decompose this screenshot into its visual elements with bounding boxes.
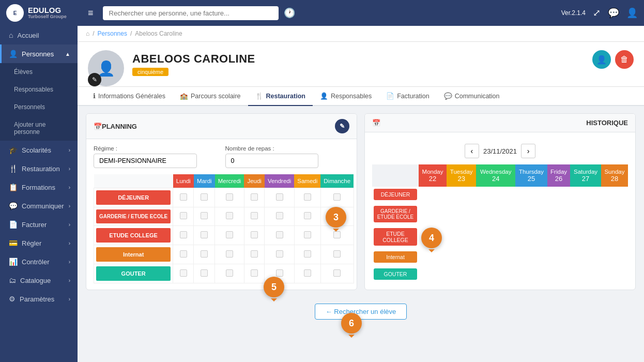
repas-input[interactable] xyxy=(225,154,318,168)
cb-etude-jeudi[interactable] xyxy=(251,231,258,238)
sidebar-item-responsables[interactable]: Responsables xyxy=(0,81,78,98)
hist-cell xyxy=(570,226,601,249)
hist-prev-button[interactable]: ‹ xyxy=(465,144,479,158)
cb-etude-mardi[interactable] xyxy=(201,231,208,238)
row-internat: Internat xyxy=(96,247,171,262)
cb-garderie-samedi[interactable] xyxy=(304,212,311,219)
hist-cell xyxy=(447,187,476,204)
add-person-button[interactable]: 👤 xyxy=(592,50,611,69)
sidebar-item-accueil[interactable]: ⌂ Accueil xyxy=(0,26,78,44)
cb-gouter-samedi[interactable] xyxy=(304,269,311,277)
sidebar-item-eleves[interactable]: Élèves xyxy=(0,63,78,81)
hist-cell xyxy=(447,204,476,226)
sidebar-item-catalogue[interactable]: 🗂 Catalogue › xyxy=(0,271,78,290)
historique-body: ‹ 23/11/2021 › Monday22 xyxy=(365,132,635,290)
breadcrumb-personnes[interactable]: Personnes xyxy=(98,30,127,37)
sidebar-label-ajouter: Ajouter une personne xyxy=(14,121,70,135)
cb-gouter-jeudi[interactable] xyxy=(251,269,258,277)
cb-internat-mardi[interactable] xyxy=(201,250,208,258)
sidebar-item-personnes[interactable]: 👤 Personnes ▲ xyxy=(0,44,78,63)
cb-internat-jeudi[interactable] xyxy=(251,250,258,258)
sidebar-item-controler[interactable]: 📊 Contrôler › xyxy=(0,252,78,271)
planning-edit-button[interactable]: ✎ xyxy=(335,119,349,133)
cb-gouter-dimanche[interactable] xyxy=(333,269,341,277)
tab-facturation[interactable]: 📄 Facturation xyxy=(379,87,437,106)
school-icon: 🏫 xyxy=(180,92,188,100)
regime-input[interactable] xyxy=(94,154,197,168)
cb-dejeuner-lundi[interactable] xyxy=(180,193,187,201)
tab-info[interactable]: ℹ Informations Générales xyxy=(86,87,173,106)
cb-internat-samedi[interactable] xyxy=(304,250,311,258)
th-sunday: Sunday28 xyxy=(601,164,628,187)
hist-row-dejeuner: DÉJEUNER xyxy=(372,187,628,204)
cb-dejeuner-jeudi[interactable] xyxy=(251,193,258,201)
cb-etude-samedi[interactable] xyxy=(304,231,311,238)
cb-dejeuner-dimanche[interactable] xyxy=(333,193,341,201)
sidebar-item-facturer[interactable]: 📄 Facturer › xyxy=(0,215,78,234)
user-icon[interactable]: 👤 xyxy=(626,7,638,19)
cb-garderie-jeudi[interactable] xyxy=(251,212,258,219)
sidebar-item-personnels[interactable]: Personnels xyxy=(0,98,78,116)
cb-garderie-mercredi[interactable] xyxy=(226,212,233,219)
chevron-down-icon: ▲ xyxy=(65,51,70,57)
hist-cell xyxy=(547,266,570,283)
cb-gouter-vendredi[interactable] xyxy=(276,269,283,277)
delete-person-button[interactable]: 🗑 xyxy=(615,50,634,69)
sidebar-item-scolarites[interactable]: 🎓 Scolarités › xyxy=(0,141,78,159)
cb-internat-lundi[interactable] xyxy=(180,250,187,258)
breadcrumb-home-icon[interactable]: ⌂ xyxy=(86,30,89,37)
prev-icon: ‹ xyxy=(471,147,473,155)
sidebar-label-controler: Contrôler xyxy=(22,258,49,266)
cb-etude-mercredi[interactable] xyxy=(226,231,233,238)
cb-internat-mercredi[interactable] xyxy=(226,250,233,258)
cb-dejeuner-mardi[interactable] xyxy=(201,193,208,201)
add-person-icon: 👤 xyxy=(596,55,607,65)
sidebar-item-parametres[interactable]: ⚙ Paramètres › xyxy=(0,290,78,308)
tooltip-bubble-5: 5 xyxy=(264,277,284,297)
hamburger-icon[interactable]: ≡ xyxy=(84,6,98,21)
tab-communication[interactable]: 💬 Communication xyxy=(437,87,507,106)
cb-dejeuner-mercredi[interactable] xyxy=(226,193,233,201)
cb-gouter-mercredi[interactable] xyxy=(226,269,233,277)
tab-info-label: Informations Générales xyxy=(98,93,165,100)
hist-cell xyxy=(570,266,601,283)
cb-dejeuner-vendredi[interactable] xyxy=(276,193,283,201)
th-tuesday: Tuesday23 xyxy=(447,164,476,187)
cb-dejeuner-samedi[interactable] xyxy=(304,193,311,201)
chat-icon[interactable]: 💬 xyxy=(608,7,619,19)
fork-icon: 🍴 xyxy=(9,164,18,173)
sidebar-item-regler[interactable]: 💳 Régler › xyxy=(0,234,78,252)
cb-etude-lundi[interactable] xyxy=(180,231,187,238)
sidebar-item-formations[interactable]: 📋 Formations › xyxy=(0,178,78,197)
breadcrumb-sep: / xyxy=(93,30,94,37)
hist-next-button[interactable]: › xyxy=(521,144,535,158)
hist-cell xyxy=(476,226,515,249)
expand-icon[interactable]: ⤢ xyxy=(593,7,601,19)
hist-cell xyxy=(547,187,570,204)
history-icon[interactable]: 🕐 xyxy=(284,7,295,19)
sidebar-item-restauration[interactable]: 🍴 Restauration › xyxy=(0,159,78,178)
sidebar-label-regler: Régler xyxy=(22,239,41,247)
logo: E EDULOG Turboself Groupe xyxy=(6,4,79,22)
cb-garderie-lundi[interactable] xyxy=(180,212,187,219)
cb-gouter-lundi[interactable] xyxy=(180,269,187,277)
calendar-icon: 📅 xyxy=(94,123,102,130)
tab-restauration[interactable]: 🍴 Restauration xyxy=(248,87,313,106)
cb-internat-dimanche[interactable] xyxy=(333,250,341,258)
row-gouter: GOUTER xyxy=(96,266,171,281)
tab-responsables[interactable]: 👤 Responsables xyxy=(313,87,379,106)
cb-etude-vendredi[interactable] xyxy=(276,231,283,238)
search-student-button[interactable]: ← Rechercher un élève xyxy=(315,304,407,320)
cb-garderie-vendredi[interactable] xyxy=(276,212,283,219)
cb-internat-vendredi[interactable] xyxy=(276,250,283,258)
tab-parcours[interactable]: 🏫 Parcours scolaire xyxy=(173,87,248,106)
cb-gouter-mardi[interactable] xyxy=(201,269,208,277)
sidebar-item-communiquer[interactable]: 💬 Communiquer › xyxy=(0,197,78,215)
cb-etude-dimanche[interactable] xyxy=(333,231,341,238)
avatar-edit-button[interactable]: ✎ xyxy=(88,73,101,86)
hist-label-garderie: GARDERIE / ETUDE ECOLE xyxy=(374,206,417,222)
sidebar-item-ajouter[interactable]: Ajouter une personne xyxy=(0,116,78,141)
search-input[interactable] xyxy=(103,6,279,20)
cb-garderie-mardi[interactable] xyxy=(201,212,208,219)
th-dimanche: Dimanche xyxy=(320,174,354,188)
